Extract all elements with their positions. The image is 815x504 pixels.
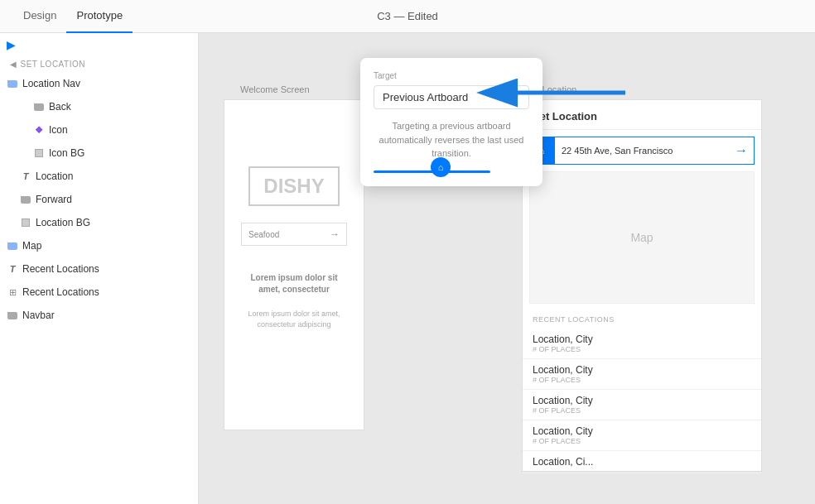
layer-map[interactable]: Map: [0, 234, 198, 257]
layer-label: Map: [22, 240, 41, 252]
component-icon: ❖: [33, 124, 45, 136]
home-button[interactable]: ⌂: [431, 157, 451, 177]
layer-label: Forward: [36, 194, 72, 205]
sidebar-section-header[interactable]: ◀ SET LOCATION: [0, 53, 198, 72]
search-row[interactable]: Seafood →: [241, 223, 347, 246]
layer-forward[interactable]: Forward: [0, 188, 198, 211]
rect-icon: [33, 147, 45, 159]
layer-back[interactable]: Back: [0, 95, 198, 118]
city-name: Location, City: [533, 395, 751, 406]
recent-item-1[interactable]: Location, City # OF PLACES: [523, 329, 761, 359]
top-bar-title: C3 — Edited: [377, 10, 438, 22]
rect-icon: [20, 217, 31, 228]
layer-location-nav[interactable]: Location Nav: [0, 72, 198, 95]
layer-label: Back: [49, 101, 71, 113]
target-select[interactable]: Previous Artboard ▼: [374, 85, 529, 109]
layer-location[interactable]: T Location: [0, 165, 198, 188]
recent-item-5[interactable]: Location, Ci...: [523, 451, 761, 473]
places-count: # OF PLACES: [533, 406, 751, 415]
layer-label: Icon BG: [49, 147, 84, 159]
places-count: # OF PLACES: [533, 376, 751, 384]
layer-recent-locations-grid[interactable]: ⊞ Recent Locations: [0, 281, 198, 304]
folder-icon: [7, 240, 18, 252]
layer-icon[interactable]: ❖ Icon: [0, 118, 198, 142]
city-name: Location, City: [533, 334, 751, 345]
layer-label: Location Nav: [22, 78, 80, 89]
sidebar: ▶ ◀ SET LOCATION Location Nav Back ❖ Ico…: [0, 33, 199, 504]
cursor-icon: ▶: [7, 38, 16, 51]
tab-design[interactable]: Design: [13, 0, 66, 33]
folder-gray-icon: [33, 101, 45, 113]
city-name: Location, Ci...: [533, 456, 751, 468]
recent-item-2[interactable]: Location, City # OF PLACES: [523, 359, 761, 390]
welcome-artboard: DISHY Seafood → Lorem ipsum dolor sit am…: [224, 99, 364, 430]
layer-label: Recent Locations: [22, 286, 99, 298]
top-bar: Design Prototype C3 — Edited: [0, 0, 815, 33]
canvas: Welcome Screen DISHY Seafood → Lorem ips…: [199, 33, 815, 504]
arrow-icon: ◀: [10, 60, 17, 69]
layer-navbar[interactable]: Navbar: [0, 304, 198, 327]
city-name: Location, City: [533, 364, 751, 376]
search-arrow-icon[interactable]: →: [729, 137, 754, 164]
lorem-body: Lorem ipsum dolor sit amet, consectetur …: [241, 309, 347, 329]
layer-label: Navbar: [22, 310, 55, 321]
target-label: Target: [374, 71, 529, 80]
recent-item-4[interactable]: Location, City # OF PLACES: [523, 420, 761, 451]
layer-label: Icon: [49, 124, 68, 136]
layer-recent-locations-text[interactable]: T Recent Locations: [0, 257, 198, 281]
layer-label: Location: [36, 170, 73, 182]
folder-icon: [7, 78, 18, 89]
dishy-logo: DISHY: [248, 166, 339, 206]
recent-item-3[interactable]: Location, City # OF PLACES: [523, 390, 761, 420]
layer-location-bg[interactable]: Location BG: [0, 211, 198, 234]
setloc-search-bar[interactable]: ⌂ 22 45th Ave, San Francisco →: [529, 137, 755, 165]
sidebar-top: ▶: [0, 33, 198, 53]
setloc-title: Set Location: [523, 100, 761, 130]
folder-gray-icon: [7, 310, 18, 321]
text-icon: T: [7, 263, 18, 275]
section-label: SET LOCATION: [21, 60, 85, 69]
target-popup: Target Previous Artboard ▼ Targeting a p…: [360, 58, 543, 186]
select-value: Previous Artboard: [383, 91, 468, 103]
search-text: Seafood: [248, 230, 279, 239]
city-name: Location, City: [533, 425, 751, 437]
layer-label: Location BG: [36, 217, 90, 228]
map-area: Map: [529, 171, 755, 304]
chevron-down-icon: ▼: [512, 93, 520, 102]
grid-icon: ⊞: [7, 286, 18, 298]
recent-locations-label: RECENT LOCATIONS: [523, 310, 761, 329]
lorem-block: Lorem ipsum dolor sit amet, consectetur …: [241, 259, 347, 329]
places-count: # OF PLACES: [533, 345, 751, 353]
arrow-right-icon: →: [330, 228, 340, 240]
lorem-title: Lorem ipsum dolor sit amet, consectetur: [241, 272, 347, 295]
set-location-artboard: Set Location ⌂ 22 45th Ave, San Francisc…: [522, 99, 762, 472]
tab-prototype[interactable]: Prototype: [66, 0, 133, 33]
popup-info-text: Targeting a previous artboard automatica…: [374, 119, 529, 161]
top-bar-tabs: Design Prototype: [13, 0, 133, 33]
folder-gray-icon: [20, 194, 31, 205]
address-input[interactable]: 22 45th Ave, San Francisco: [555, 146, 729, 156]
layer-label: Recent Locations: [22, 263, 99, 275]
text-icon: T: [20, 170, 31, 182]
layer-icon-bg[interactable]: Icon BG: [0, 142, 198, 165]
welcome-artboard-label: Welcome Screen: [240, 84, 310, 94]
places-count: # OF PLACES: [533, 437, 751, 445]
